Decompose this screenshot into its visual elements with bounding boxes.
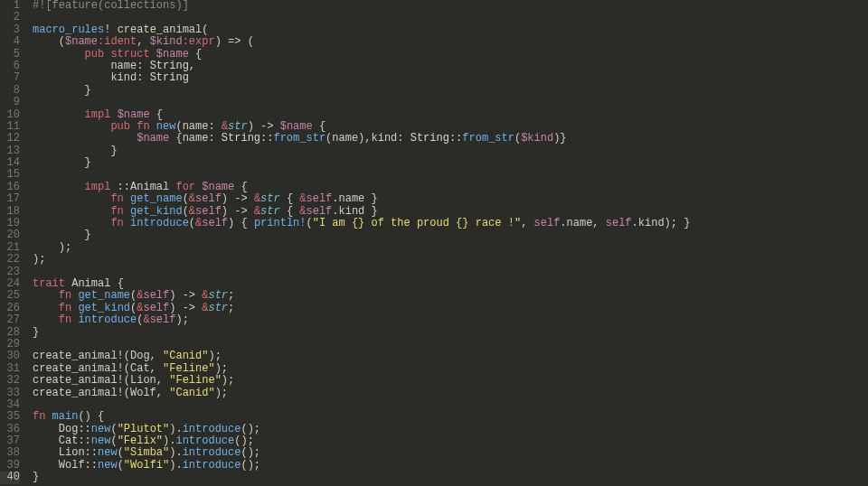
code-line[interactable]: $name {name: String::from_str(name),kind… xyxy=(33,133,690,145)
token: "Canid" xyxy=(163,350,208,362)
code-line[interactable]: Wolf::new("Wolfi").introduce(); xyxy=(33,460,690,472)
token: macro_rules xyxy=(33,23,104,36)
code-line[interactable] xyxy=(33,399,690,411)
code-line[interactable]: fn introduce(&self); xyxy=(33,314,690,326)
token: Wolf:: xyxy=(33,459,98,472)
token: str xyxy=(260,192,280,205)
token: $name xyxy=(118,108,150,121)
code-line[interactable]: Dog::new("Plutot").introduce(); xyxy=(33,424,690,435)
token: , xyxy=(521,217,533,229)
token: new xyxy=(98,459,118,472)
line-number: 11 xyxy=(0,121,20,133)
token xyxy=(110,108,117,121)
token: ). xyxy=(163,435,175,447)
token: "Canid" xyxy=(169,387,214,399)
token: :expr xyxy=(183,35,215,48)
token: create_animal!(Cat, xyxy=(33,362,163,375)
token: $name xyxy=(156,48,189,61)
token: str xyxy=(228,120,248,133)
token: ); xyxy=(33,241,71,254)
token: introduce xyxy=(183,423,241,435)
token: :: xyxy=(449,132,462,145)
code-line[interactable]: name: String, xyxy=(33,61,690,72)
token: :ident xyxy=(98,35,137,48)
token: (); xyxy=(234,435,254,447)
code-line[interactable]: } xyxy=(33,327,690,339)
token: create_animal!(Wolf, xyxy=(33,387,169,399)
code-line[interactable] xyxy=(33,97,690,108)
code-line[interactable]: macro_rules! create_animal( xyxy=(33,24,690,36)
code-line[interactable]: } xyxy=(33,157,690,169)
code-line[interactable]: create_animal!(Wolf, "Canid"); xyxy=(33,388,690,399)
token: )} xyxy=(553,132,566,145)
line-number: 25 xyxy=(0,290,20,302)
token: ); xyxy=(175,313,188,326)
token: String xyxy=(410,132,449,145)
code-line[interactable]: ); xyxy=(33,254,690,266)
token: self xyxy=(307,205,333,218)
code-line[interactable]: } xyxy=(33,85,690,97)
token: fn xyxy=(33,410,45,423)
token: "Felix" xyxy=(118,435,163,447)
token: ( xyxy=(183,205,189,218)
token: ( xyxy=(306,217,312,229)
token: "Feline" xyxy=(163,362,215,375)
code-line[interactable]: ); xyxy=(33,242,690,254)
code-line[interactable]: create_animal!(Cat, "Feline"); xyxy=(33,363,690,375)
code-line[interactable]: impl $name { xyxy=(33,109,690,121)
token: { xyxy=(234,181,247,193)
token: create_animal!(Lion, xyxy=(33,374,169,387)
token: ) -> xyxy=(222,205,254,218)
token: self xyxy=(307,192,333,205)
token: & xyxy=(222,120,228,133)
line-number: 38 xyxy=(0,447,20,459)
token: ) -> xyxy=(222,192,254,205)
token: self xyxy=(534,217,561,229)
token: introduce xyxy=(130,217,189,229)
code-line[interactable]: fn get_kind(&self) -> &str; xyxy=(33,303,690,314)
code-line[interactable]: ($name:ident, $kind:expr) => ( xyxy=(33,36,690,48)
code-line[interactable]: } xyxy=(33,229,690,241)
code-line[interactable]: fn get_name(&self) -> &str { &self.name … xyxy=(33,193,690,205)
token: #![feature(collections)] xyxy=(33,0,189,12)
token: .kind } xyxy=(332,205,377,218)
code-line[interactable]: pub struct $name { xyxy=(33,49,690,61)
token: $name xyxy=(65,35,98,48)
line-number: 2 xyxy=(0,12,20,23)
code-line[interactable] xyxy=(33,12,690,23)
token xyxy=(33,313,59,326)
code-line[interactable]: fn introduce(&self) { println!("I am {} … xyxy=(33,218,690,229)
line-number: 31 xyxy=(0,363,20,375)
token: { xyxy=(280,205,300,218)
token: create_animal( xyxy=(118,23,209,36)
token: ); xyxy=(215,362,228,375)
code-line[interactable]: trait Animal { xyxy=(33,278,690,290)
code-line[interactable]: kind: String xyxy=(33,72,690,84)
code-editor[interactable]: #![feature(collections)]macro_rules! cre… xyxy=(27,0,690,486)
token: String xyxy=(150,60,189,72)
code-line[interactable]: fn get_kind(&self) -> &str { &self.kind … xyxy=(33,206,690,218)
token: $name xyxy=(202,181,234,193)
token xyxy=(124,192,130,205)
code-line[interactable]: fn get_name(&self) -> &str; xyxy=(33,290,690,302)
code-line[interactable] xyxy=(33,266,690,278)
code-line[interactable] xyxy=(33,169,690,181)
code-line[interactable]: impl ::Animal for $name { xyxy=(33,182,690,193)
token: ; xyxy=(228,289,234,302)
token: $kind xyxy=(150,35,183,48)
token: & xyxy=(299,205,306,218)
token xyxy=(33,192,110,205)
code-line[interactable]: Lion::new("Simba").introduce(); xyxy=(33,447,690,459)
code-line[interactable]: Cat::new("Felix").introduce(); xyxy=(33,435,690,447)
code-line[interactable]: #![feature(collections)] xyxy=(33,0,690,12)
code-line[interactable]: fn main() { xyxy=(33,411,690,423)
token: fn xyxy=(110,205,123,218)
token: ) => ( xyxy=(215,35,254,48)
code-line[interactable]: create_animal!(Lion, "Feline"); xyxy=(33,375,690,387)
code-line[interactable]: } xyxy=(33,145,690,157)
code-line[interactable] xyxy=(33,339,690,350)
code-line[interactable]: pub fn new(name: &str) -> $name { xyxy=(33,121,690,133)
code-line[interactable]: } xyxy=(33,472,690,483)
token: & xyxy=(299,192,306,205)
code-line[interactable]: create_animal!(Dog, "Canid"); xyxy=(33,350,690,362)
